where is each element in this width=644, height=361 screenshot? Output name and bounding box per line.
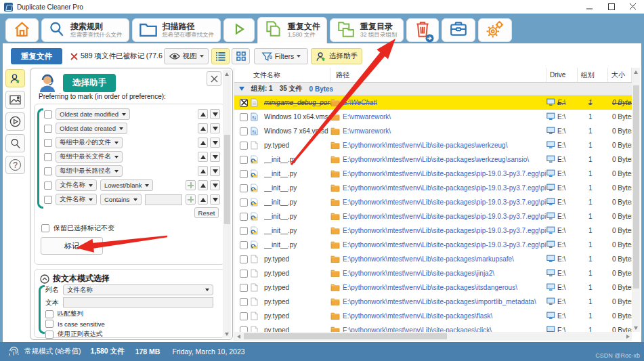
rule-checkbox[interactable] [44, 125, 52, 133]
row-checkbox[interactable] [240, 113, 248, 121]
rule-text-input[interactable] [145, 194, 183, 205]
tab-run-scan[interactable] [223, 18, 255, 42]
move-up-button[interactable] [198, 194, 208, 205]
rule-checkbox[interactable] [44, 196, 52, 204]
row-checkbox[interactable] [240, 326, 248, 333]
rule-dropdown[interactable]: Oldest date created [56, 123, 127, 134]
rule-dropdown[interactable]: 文件名称 [56, 179, 97, 191]
row-checkbox[interactable] [240, 99, 248, 107]
table-row[interactable]: __init__.pyE:\pythonwork\mtest\venv\Lib\… [234, 181, 632, 195]
table-row[interactable]: __init__.pyE:\pythonwork\mtest\venv\Lib\… [234, 224, 632, 238]
selection-assistant-tab-button[interactable] [5, 69, 25, 87]
image-preview-button[interactable] [5, 91, 25, 109]
assistant-scrollbar[interactable] [223, 70, 231, 338]
tab-removal[interactable] [406, 18, 439, 42]
add-criteria-button[interactable] [186, 180, 196, 190]
rule-dropdown[interactable]: 文件名称 [56, 194, 97, 205]
row-checkbox[interactable] [240, 198, 248, 207]
rule-checkbox[interactable] [44, 153, 52, 161]
grid-view-button[interactable] [232, 48, 250, 64]
rule-checkbox[interactable] [44, 182, 52, 190]
move-down-button[interactable] [210, 123, 220, 133]
row-checkbox[interactable] [240, 213, 248, 221]
view-dropdown[interactable]: 视图 [164, 48, 209, 64]
rule-checkbox[interactable] [44, 110, 52, 119]
row-checkbox[interactable] [240, 170, 248, 178]
table-row[interactable]: py.typedE:\pythonwork\mtest\venv\Lib\sit… [234, 295, 632, 309]
rule-dropdown[interactable]: 每组中最小的文件 [56, 137, 123, 148]
collapse-chevron-icon[interactable] [40, 274, 49, 284]
row-checkbox[interactable] [240, 312, 248, 320]
rule-dropdown[interactable]: 每组中最长文件名 [56, 151, 123, 163]
move-down-button[interactable] [210, 109, 220, 119]
maximize-button[interactable] [601, 0, 622, 14]
case-sensitive-checkbox[interactable] [45, 320, 53, 328]
row-checkbox[interactable] [240, 298, 248, 306]
table-horizontal-scrollbar[interactable] [234, 332, 632, 341]
column-header-drive[interactable]: Drive [546, 68, 578, 82]
move-up-button[interactable] [198, 166, 208, 176]
move-up-button[interactable] [198, 109, 208, 119]
move-down-button[interactable] [210, 180, 220, 190]
tab-duplicate-files[interactable]: 重复文件 1,580 文件 [257, 17, 327, 43]
table-row[interactable]: minigame_debug_port.txE:\WeChat\E:\10 By… [234, 95, 632, 110]
column-header-group[interactable]: 组别 [578, 68, 608, 82]
row-checkbox[interactable] [240, 156, 248, 164]
table-row[interactable]: Windows 10 x64.vmsdE:\vmwarework\E:\10 B… [234, 110, 632, 124]
rule-checkbox[interactable] [44, 167, 52, 175]
table-row[interactable]: __init__.pyE:\pythonwork\mtest\venv\Lib\… [234, 167, 632, 181]
column-header-name[interactable]: 文件名称 [234, 68, 330, 82]
move-up-button[interactable] [198, 123, 208, 133]
row-checkbox[interactable] [240, 184, 248, 192]
table-row[interactable]: py.typedE:\pythonwork\mtest\venv\Lib\sit… [234, 309, 632, 323]
rule-dropdown[interactable]: Lowest/blank [100, 179, 153, 191]
search-panel-button[interactable] [5, 134, 25, 152]
row-checkbox[interactable] [240, 270, 248, 278]
rule-dropdown[interactable]: Contains [100, 194, 142, 205]
column-header-path[interactable]: 路径 [330, 68, 546, 82]
row-checkbox[interactable] [240, 227, 248, 235]
table-row[interactable]: __init__.pyE:\pythonwork\mtest\venv\Lib\… [234, 238, 632, 252]
move-down-button[interactable] [210, 166, 220, 176]
rule-checkbox[interactable] [44, 139, 52, 147]
column-dropdown[interactable]: 文件名称 [63, 284, 213, 295]
add-criteria-button[interactable] [186, 194, 196, 205]
row-checkbox[interactable] [240, 255, 248, 263]
rule-dropdown[interactable]: Oldest date modified [56, 108, 130, 120]
table-row[interactable]: __init__.pyE:\pythonwork\mtest\venv\Lib\… [234, 152, 632, 167]
table-row[interactable]: py.typedE:\pythonwork\mtest\venv\Lib\sit… [234, 323, 632, 332]
row-checkbox[interactable] [240, 284, 248, 292]
help-button[interactable]: ? [5, 156, 25, 174]
keep-marks-checkbox[interactable] [41, 224, 49, 232]
table-row[interactable]: py.typedE:\pythonwork\mtest\venv\Lib\sit… [234, 280, 632, 295]
move-up-button[interactable] [198, 180, 208, 190]
reset-button[interactable]: Reset [194, 207, 219, 218]
row-checkbox[interactable] [240, 241, 248, 249]
tab-duplicate-folders[interactable]: 重复目录 32 组目录组别 [330, 18, 404, 42]
tab-toolbox[interactable] [442, 18, 475, 42]
media-preview-button[interactable] [5, 112, 25, 131]
rule-dropdown[interactable]: 每组中最长路径名 [56, 165, 123, 177]
match-whole-checkbox[interactable] [45, 310, 53, 318]
filters-dropdown[interactable]: 0 Filters [254, 48, 308, 64]
move-down-button[interactable] [210, 194, 220, 205]
move-up-button[interactable] [198, 137, 208, 148]
assistant-close-button[interactable] [207, 71, 221, 86]
move-up-button[interactable] [198, 152, 208, 162]
move-down-button[interactable] [210, 137, 220, 148]
collapse-triangle-icon[interactable] [239, 87, 244, 91]
close-button[interactable] [622, 0, 644, 14]
table-row[interactable]: py.typedE:\pythonwork\mtest\venv\Lib\sit… [234, 252, 632, 266]
table-row[interactable]: py.typedE:\pythonwork\mtest\venv\Lib\sit… [234, 138, 632, 152]
table-vertical-scrollbar[interactable] [632, 68, 640, 332]
tab-home[interactable] [5, 18, 39, 42]
group-header-row[interactable]: 组别: 1 35 文件 0 Bytes [234, 83, 632, 95]
selection-assistant-toggle[interactable]: 选择助手 [311, 48, 362, 64]
text-pattern-input[interactable] [63, 297, 213, 307]
table-row[interactable]: Windows 7 x64.vmsdE:\vmwarework\E:\10 By… [234, 124, 632, 138]
mark-button[interactable]: 标记 [41, 237, 103, 255]
move-down-button[interactable] [210, 152, 220, 162]
minimize-button[interactable] [579, 0, 601, 14]
tab-search-rules[interactable]: 搜索规则 您需要查找什么文件 [41, 18, 129, 42]
row-checkbox[interactable] [240, 142, 248, 150]
